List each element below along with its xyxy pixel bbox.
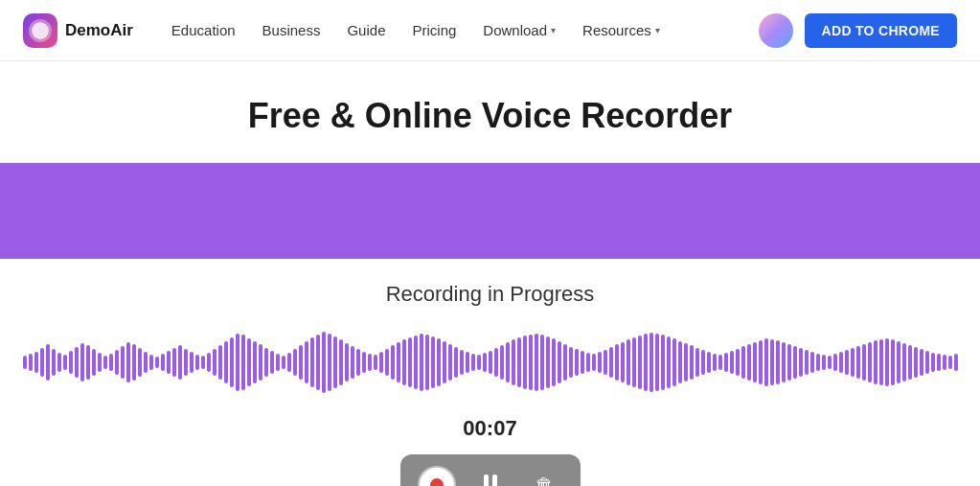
recorder-controls: 🗑: [400, 454, 581, 486]
nav-item-pricing[interactable]: Pricing: [400, 16, 467, 44]
wave-bar: [448, 344, 452, 381]
wave-bar: [310, 337, 314, 387]
wave-bar: [948, 356, 952, 369]
nav-item-business[interactable]: Business: [251, 16, 332, 44]
navbar: DemoAir Education Business Guide Pricing…: [0, 0, 980, 61]
record-button[interactable]: [416, 464, 458, 486]
wave-bar: [672, 338, 676, 386]
wave-bar: [224, 341, 228, 383]
wave-bar: [609, 347, 613, 378]
wave-bar: [828, 356, 832, 369]
wave-bar: [845, 350, 849, 375]
wave-bar: [466, 352, 469, 373]
wave-bar: [86, 345, 90, 380]
wave-bar: [776, 340, 780, 384]
wave-bar: [132, 344, 136, 381]
wave-bar: [586, 353, 590, 372]
nav-item-download[interactable]: Download ▾: [471, 16, 567, 44]
wave-bar: [195, 355, 199, 370]
wave-bar: [494, 348, 498, 377]
wave-bar: [747, 344, 751, 381]
wave-bar: [701, 350, 705, 375]
page-title: Free & Online Voice Recorder: [248, 96, 733, 136]
wave-bar: [34, 352, 38, 373]
wave-bar: [259, 344, 262, 381]
wave-bar: [759, 340, 763, 384]
wave-bar: [569, 347, 573, 378]
wave-bar: [920, 349, 923, 376]
wave-bar: [690, 345, 694, 380]
wave-bar: [178, 345, 182, 380]
wave-bar: [891, 339, 895, 385]
wave-bar: [851, 348, 855, 377]
wave-bar: [581, 351, 584, 374]
wave-bar: [839, 352, 843, 373]
wave-bar: [833, 354, 837, 371]
wave-bar: [868, 342, 872, 382]
wave-bar: [908, 345, 912, 380]
wave-bar: [167, 351, 171, 374]
wave-bar: [282, 356, 285, 369]
logo[interactable]: DemoAir: [23, 13, 133, 48]
wave-bar: [98, 353, 102, 372]
wave-bar: [724, 353, 728, 372]
wave-bar: [512, 339, 515, 385]
wave-bar: [316, 335, 320, 390]
wave-bar: [351, 346, 354, 379]
avatar[interactable]: [759, 13, 793, 48]
logo-text: DemoAir: [65, 21, 133, 40]
wave-bar: [598, 352, 602, 373]
wave-bar: [172, 348, 176, 377]
wave-bar: [23, 356, 27, 369]
wave-bar: [425, 335, 429, 390]
wave-bar: [799, 348, 803, 377]
wave-bar: [604, 350, 607, 375]
wave-bar: [115, 350, 119, 375]
wave-bar: [305, 341, 308, 383]
wave-bar: [247, 338, 251, 386]
wave-bar: [885, 338, 889, 386]
add-to-chrome-button[interactable]: ADD TO CHROME: [805, 13, 957, 48]
wave-bar: [730, 351, 734, 374]
wave-bar: [328, 334, 331, 391]
nav-item-education[interactable]: Education: [160, 16, 247, 44]
wave-bar: [667, 336, 671, 388]
wave-bar: [529, 335, 533, 390]
wave-bar: [287, 353, 291, 372]
wave-bar: [276, 354, 280, 371]
nav-links: Education Business Guide Pricing Downloa…: [160, 16, 759, 44]
wave-bar: [943, 355, 946, 370]
wave-bar: [190, 352, 194, 373]
nav-item-resources[interactable]: Resources ▾: [571, 16, 672, 44]
wave-bar: [144, 352, 148, 373]
wave-bar: [787, 344, 791, 381]
wave-bar: [293, 349, 297, 376]
wave-bar: [810, 352, 814, 373]
wave-bar: [517, 337, 521, 387]
wave-bar: [92, 349, 96, 376]
wave-bar: [695, 348, 699, 377]
wave-bar: [230, 337, 234, 387]
waveform-container: [19, 324, 961, 401]
wave-bar: [322, 332, 326, 393]
wave-bar: [443, 341, 446, 383]
wave-bar: [615, 344, 619, 381]
wave-bar: [29, 354, 33, 371]
wave-bar: [333, 336, 337, 388]
nav-item-guide[interactable]: Guide: [335, 16, 397, 44]
wave-bar: [753, 342, 757, 382]
wave-bar: [391, 345, 395, 380]
wave-bar: [40, 348, 44, 377]
wave-bar: [937, 354, 941, 371]
wave-bar: [374, 355, 377, 370]
logo-icon: [23, 13, 57, 48]
delete-button[interactable]: 🗑: [523, 464, 565, 486]
wave-bar: [264, 348, 268, 377]
wave-bar: [299, 345, 303, 380]
wave-bar: [540, 335, 544, 390]
wave-bar: [69, 351, 73, 374]
trash-icon: 🗑: [535, 474, 554, 487]
pause-button[interactable]: [469, 464, 512, 486]
wave-bar: [558, 341, 561, 383]
wave-bar: [879, 339, 883, 385]
